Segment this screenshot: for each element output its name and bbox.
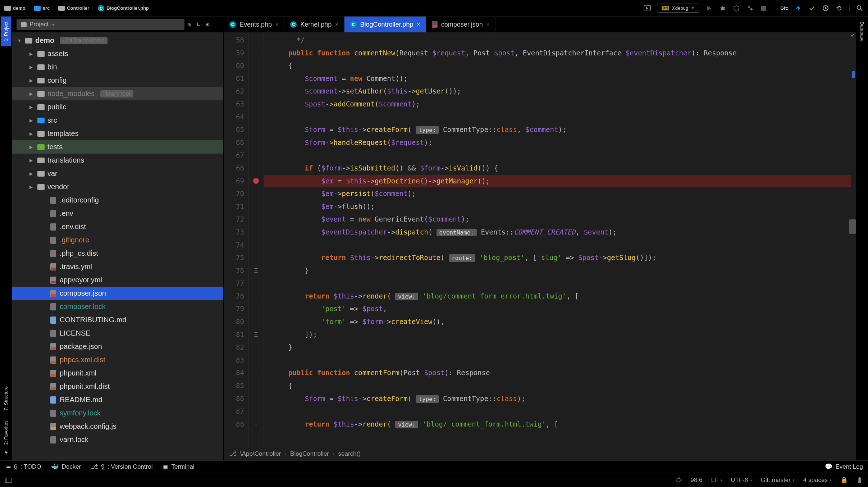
tree-row[interactable]: .env.dist: [12, 220, 223, 233]
code-content[interactable]: */ public function commentNew(Request $r…: [264, 32, 856, 431]
tree-row[interactable]: ▶assets: [12, 47, 223, 60]
line-number[interactable]: 66: [224, 136, 244, 149]
breadcrumb-item[interactable]: CBlogController.php: [98, 5, 149, 12]
line-number[interactable]: 61: [224, 72, 244, 85]
expand-arrow-icon[interactable]: ▶: [29, 65, 35, 70]
line-number[interactable]: 71: [224, 200, 244, 213]
tree-row[interactable]: .php_cs.dist: [12, 247, 223, 260]
tree-row[interactable]: ▶config: [12, 74, 223, 87]
code-line[interactable]: }: [272, 264, 856, 277]
tool-windows-icon[interactable]: [5, 478, 12, 483]
code-line[interactable]: 'post' => $post,: [272, 302, 856, 315]
overview-ruler[interactable]: ✔: [851, 32, 856, 447]
event-log-tool[interactable]: 💬Event Log: [825, 463, 863, 470]
tree-row[interactable]: ▶vendor: [12, 180, 223, 194]
line-number[interactable]: 80: [224, 315, 244, 328]
profiler-icon[interactable]: [746, 4, 754, 12]
close-tab-icon[interactable]: ×: [486, 22, 489, 27]
tree-row[interactable]: README.md: [12, 393, 223, 406]
code-line[interactable]: $comment = new Comment();: [272, 72, 856, 85]
expand-arrow-icon[interactable]: ▶: [29, 145, 35, 150]
expand-arrow-icon[interactable]: ▶: [29, 118, 35, 123]
crumb-namespace[interactable]: \App\Controller: [240, 450, 281, 458]
settings-icon[interactable]: ✱: [205, 22, 209, 27]
line-number[interactable]: 67: [224, 149, 244, 162]
line-number[interactable]: 86: [224, 392, 244, 405]
expand-arrow-icon[interactable]: ▶: [29, 158, 35, 163]
tree-row[interactable]: ▶templates: [12, 127, 223, 140]
line-number[interactable]: 84: [224, 367, 244, 379]
todo-tool[interactable]: ≔66: TODO: TODO: [5, 463, 41, 470]
code-line[interactable]: return $this->render( view: 'blog/commen…: [272, 290, 856, 303]
tree-row[interactable]: ▶translations: [12, 154, 223, 167]
hector-icon[interactable]: [856, 477, 863, 484]
line-number[interactable]: 74: [224, 239, 244, 252]
tree-row[interactable]: ▶node_moduleslibrary root: [12, 87, 223, 100]
line-number[interactable]: 62: [224, 85, 244, 98]
tree-row[interactable]: varn.lock: [12, 433, 223, 446]
terminal-tool[interactable]: ▣Terminal: [163, 463, 194, 470]
tree-row[interactable]: .gitignore: [12, 233, 223, 247]
search-icon[interactable]: [856, 4, 864, 12]
revert-icon[interactable]: [835, 4, 843, 12]
code-breadcrumb[interactable]: ⎇ \App\Controller › BlogController › sea…: [224, 447, 856, 460]
code-line[interactable]: public function commentForm(Post $post):…: [272, 367, 856, 379]
tree-row[interactable]: composer.json: [12, 287, 223, 300]
code-line[interactable]: if ($form->isSubmitted() && $form->isVal…: [272, 162, 856, 175]
collapse-icon[interactable]: ⇊: [196, 22, 200, 27]
line-number[interactable]: 72: [224, 213, 244, 226]
line-number[interactable]: 82: [224, 341, 244, 354]
crumb-method[interactable]: search(): [338, 450, 360, 458]
structure-tool-tab[interactable]: 7: Structure: [1, 381, 11, 415]
code-line[interactable]: */: [272, 34, 856, 47]
code-line[interactable]: {: [272, 379, 856, 392]
fold-icon[interactable]: −: [254, 294, 258, 298]
history-icon[interactable]: [822, 4, 830, 12]
breakpoint-icon[interactable]: [253, 178, 259, 184]
code-line[interactable]: public function commentNew(Request $requ…: [272, 47, 856, 60]
fold-icon[interactable]: −: [254, 332, 258, 337]
tree-row[interactable]: phpunit.xml.dist: [12, 380, 223, 393]
breadcrumb-item[interactable]: demo: [4, 5, 26, 11]
breadcrumb-item[interactable]: Controller: [58, 5, 89, 11]
hide-icon[interactable]: —: [214, 22, 219, 27]
coverage-icon[interactable]: [732, 4, 740, 12]
line-number[interactable]: 73: [224, 226, 244, 239]
fold-icon[interactable]: −: [254, 268, 258, 273]
code-line[interactable]: return $this->render( view: 'blog/_comme…: [272, 418, 856, 431]
tree-row[interactable]: appveyor.yml: [12, 273, 223, 287]
code-line[interactable]: [272, 405, 856, 418]
editor-tab[interactable]: CBlogController.php×: [344, 17, 426, 32]
code-line[interactable]: $event = new GenericEvent($comment);: [272, 213, 856, 226]
run-icon[interactable]: [705, 4, 713, 12]
line-number-gutter[interactable]: 5859606162636465666768697071727374757677…: [224, 32, 249, 447]
line-number[interactable]: 64: [224, 111, 244, 124]
editor-tab[interactable]: CKernel.php×: [284, 17, 344, 32]
cpu-indicator-icon[interactable]: [675, 477, 682, 483]
editor-tab[interactable]: composer.json×: [426, 17, 495, 32]
code-line[interactable]: [272, 149, 856, 162]
code-line[interactable]: $em->flush();: [272, 200, 856, 213]
tree-row[interactable]: CONTRIBUTING.md: [12, 313, 223, 327]
readonly-lock-icon[interactable]: 🔒: [840, 476, 848, 484]
project-tool-tab[interactable]: 1: Project: [1, 17, 11, 46]
scrollbar-thumb[interactable]: [849, 219, 856, 234]
fold-icon[interactable]: −: [254, 38, 258, 42]
git-branch[interactable]: Git: master♦: [761, 477, 795, 484]
code-line[interactable]: 'form' => $form->createView(),: [272, 315, 856, 328]
docker-tool[interactable]: 🐳Docker: [51, 463, 81, 470]
run-config-selector[interactable]: Xd Xdebug ▼: [657, 4, 699, 13]
line-number[interactable]: 63: [224, 98, 244, 111]
line-number[interactable]: 70: [224, 187, 244, 200]
code-line[interactable]: [272, 111, 856, 124]
line-number[interactable]: 58: [224, 34, 244, 47]
expand-arrow-icon[interactable]: ▶: [29, 171, 35, 176]
debug-icon[interactable]: [719, 4, 727, 12]
editor-tab[interactable]: CEvents.php×: [224, 17, 284, 32]
tree-row[interactable]: ▼demo/JetBrains/demo: [12, 34, 223, 47]
close-tab-icon[interactable]: ×: [417, 22, 420, 27]
indent-info[interactable]: 4 spaces♦: [803, 477, 832, 484]
line-number[interactable]: 75: [224, 251, 244, 264]
tree-row[interactable]: webpack.config.js: [12, 420, 223, 433]
git-commit-icon[interactable]: [808, 4, 816, 12]
